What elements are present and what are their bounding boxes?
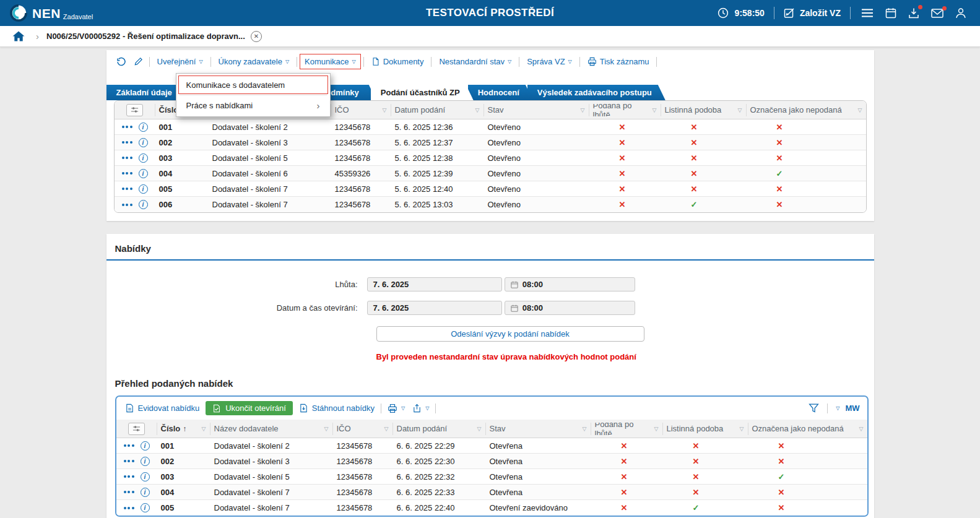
col-header-datum[interactable]: Datum podání▽ [393, 423, 486, 435]
row-menu-icon[interactable] [124, 489, 134, 495]
menu-tisk-zaznamu[interactable]: Tisk záznamu [583, 54, 654, 69]
row-info-icon[interactable]: i [139, 123, 148, 132]
column-settings-icon[interactable] [126, 104, 143, 116]
col-header-stav[interactable]: Stav▽ [484, 104, 589, 116]
row-menu-icon[interactable] [124, 473, 134, 480]
menu-hamburger-icon[interactable] [860, 7, 875, 19]
table-row[interactable]: i 003 Dodavatel - školení 5 12345678 6. … [116, 469, 867, 485]
filter-icon[interactable]: ▽ [580, 426, 587, 432]
downloads-icon[interactable] [907, 6, 921, 20]
divider [431, 57, 431, 67]
row-info-icon[interactable]: i [141, 472, 150, 481]
table-row[interactable]: i 005 Dodavatel - školení 7 12345678 5. … [115, 181, 866, 197]
filter-icon[interactable]: ▽ [856, 107, 862, 113]
filter-icon[interactable]: ▽ [199, 426, 206, 432]
stahnout-nabidky-button[interactable]: Stáhnout nabídky [295, 402, 378, 415]
row-info-icon[interactable]: i [139, 184, 148, 194]
row-info-icon[interactable]: i [139, 153, 148, 163]
col-header-datum[interactable]: Datum podání▽ [391, 104, 484, 116]
menu-item-prace-s-nabidkami[interactable]: Práce s nabídkami › [178, 96, 328, 114]
row-info-icon[interactable]: i [139, 138, 148, 147]
menu-dokumenty[interactable]: Dokumenty [366, 54, 429, 69]
tab-podani-ucastniku-zp[interactable]: Podání účastníků ZP [371, 85, 474, 100]
table-row[interactable]: i 004 Dodavatel - školení 6 45359326 5. … [115, 166, 866, 181]
row-info-icon[interactable]: i [141, 503, 150, 512]
filter-icon[interactable]: ▽ [650, 107, 657, 113]
print-button[interactable]: ▽ [384, 402, 409, 415]
row-menu-icon[interactable] [122, 202, 132, 208]
export-button[interactable]: ▽ [409, 402, 433, 415]
row-info-icon[interactable]: i [139, 200, 148, 209]
col-header-ico[interactable]: IČO▽ [331, 104, 391, 116]
history-icon[interactable] [113, 55, 130, 69]
col-header-listinna[interactable]: Listinná podoba▽ [663, 423, 748, 435]
filter-icon[interactable]: ▽ [735, 107, 742, 113]
col-header-po-lhute[interactable]: Podaná po lhůtě▽ [589, 104, 661, 116]
table-row[interactable]: i 001 Dodavatel - školení 2 12345678 5. … [115, 119, 866, 135]
nen-logo[interactable]: NEN Zadavatel [10, 4, 93, 22]
col-header-nazev[interactable]: Název dodavatele▽ [210, 423, 333, 435]
menu-nestandardni-stav[interactable]: Nestandardní stav ▽ [434, 54, 516, 69]
menu-komunikace[interactable]: Komunikace ▽ [300, 54, 361, 69]
lhuta-date-field[interactable]: 7. 6. 2025 [367, 277, 502, 291]
row-menu-icon[interactable] [124, 442, 134, 449]
col-header-listinna[interactable]: Listinná podoba▽ [661, 104, 747, 116]
edit-pencil-icon[interactable] [130, 55, 147, 68]
filter-icon[interactable]: ▽ [382, 426, 389, 432]
lhuta-time-field[interactable]: 08:00 [505, 277, 635, 291]
menu-sprava-vz[interactable]: Správa VZ ▽ [522, 54, 577, 69]
table-row[interactable]: i 002 Dodavatel - školení 3 12345678 6. … [116, 454, 867, 469]
menu-ukony-zadavatele[interactable]: Úkony zadavatele ▽ [214, 54, 295, 69]
menu-uverejneni[interactable]: Uveřejnění ▽ [152, 54, 208, 69]
row-info-icon[interactable]: i [141, 488, 150, 497]
row-menu-icon[interactable] [122, 124, 132, 130]
menu-item-komunikace-s-dodavatelem[interactable]: Komunikace s dodavatelem [178, 76, 328, 94]
col-header-po-lhute[interactable]: Podaná po lhůtě▽ [591, 423, 663, 435]
row-menu-icon[interactable] [122, 186, 132, 192]
table-row[interactable]: i 006 Dodavatel - školení 7 12345678 5. … [115, 197, 866, 212]
tab-zakladni-udaje[interactable]: Základní údaje [106, 85, 186, 100]
row-menu-icon[interactable] [122, 139, 132, 145]
col-header-nepodana[interactable]: Označena jako nepodaná▽ [748, 423, 867, 435]
close-record-icon[interactable]: ✕ [251, 31, 262, 42]
row-menu-icon[interactable] [122, 155, 132, 161]
create-vz-button[interactable]: Založit VZ [784, 7, 841, 19]
filter-icon[interactable]: ▽ [737, 426, 744, 432]
filter-icon[interactable]: ▽ [652, 426, 659, 432]
table-row[interactable]: i 005 Dodavatel - školení 7 12345678 6. … [116, 500, 867, 516]
row-menu-icon[interactable] [122, 170, 132, 176]
col-header-cislo[interactable]: Číslo↑▽ [157, 423, 210, 435]
filter-icon[interactable]: ▽ [322, 426, 329, 432]
otevirani-date-field[interactable]: 7. 6. 2025 [367, 301, 502, 315]
view-selector-mw[interactable]: MW [845, 404, 859, 413]
filter-funnel-icon[interactable] [809, 403, 819, 413]
ukoncit-otevirani-button[interactable]: Ukončit otevírání [206, 401, 293, 415]
row-info-icon[interactable]: i [141, 457, 150, 466]
otevirani-time-field[interactable]: 08:00 [505, 301, 635, 315]
table-row[interactable]: i 001 Dodavatel - školení 2 12345678 6. … [116, 438, 867, 454]
filter-icon[interactable]: ▽ [475, 426, 482, 432]
user-profile-icon[interactable] [954, 6, 968, 20]
filter-icon[interactable]: ▽ [578, 107, 585, 113]
tab-hodnoceni[interactable]: Hodnocení [468, 85, 533, 100]
filter-icon[interactable]: ▽ [857, 426, 864, 432]
row-menu-icon[interactable] [124, 458, 134, 464]
col-header-ico[interactable]: IČO▽ [333, 423, 393, 435]
calendar-icon[interactable] [884, 6, 898, 20]
row-info-icon[interactable]: i [139, 169, 148, 178]
table-row[interactable]: i 003 Dodavatel - školení 5 12345678 5. … [115, 150, 866, 166]
row-info-icon[interactable]: i [141, 441, 150, 451]
tab-vysledek-zadavaciho-postupu[interactable]: Výsledek zadávacího postupu [527, 85, 666, 100]
send-invitation-button[interactable]: Odeslání výzvy k podání nabídek [376, 326, 644, 342]
row-menu-icon[interactable] [124, 505, 134, 511]
column-settings-icon[interactable] [128, 423, 145, 435]
col-header-nepodana[interactable]: Označena jako nepodaná▽ [747, 104, 866, 116]
evidovat-nabidku-button[interactable]: Evidovat nabídku [121, 402, 204, 415]
table-row[interactable]: i 004 Dodavatel - školení 7 12345678 6. … [116, 485, 867, 500]
home-icon[interactable] [10, 30, 27, 43]
col-header-stav[interactable]: Stav▽ [486, 423, 591, 435]
messages-icon[interactable] [930, 7, 945, 19]
filter-icon[interactable]: ▽ [473, 107, 480, 113]
filter-icon[interactable]: ▽ [380, 107, 387, 113]
table-row[interactable]: i 002 Dodavatel - školení 3 12345678 5. … [115, 135, 866, 150]
